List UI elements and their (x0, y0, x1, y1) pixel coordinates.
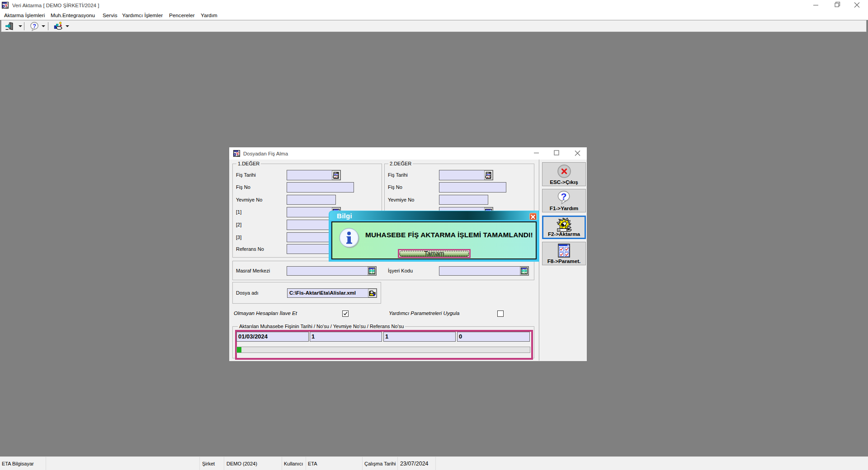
svg-text:?: ? (561, 191, 567, 202)
svg-text:?: ? (33, 23, 36, 29)
